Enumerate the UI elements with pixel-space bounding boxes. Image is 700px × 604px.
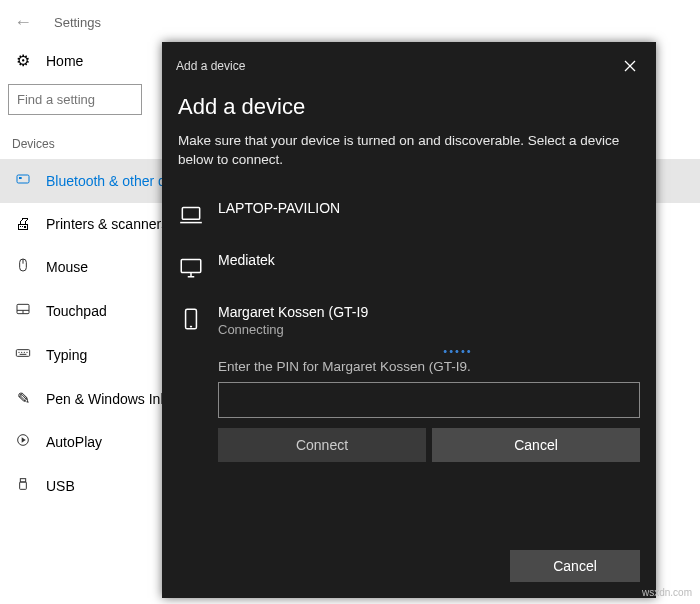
bluetooth-icon [12,171,34,191]
gear-icon: ⚙ [12,51,34,70]
usb-icon [12,476,34,496]
device-row[interactable]: LAPTOP-PAVILION [178,188,640,240]
phone-icon [178,306,204,332]
progress-dots-icon: ••••• [428,345,488,357]
pin-button-row: Connect Cancel [218,428,640,462]
sidebar-item-label: Pen & Windows Ink [46,391,167,407]
device-status: Connecting [218,322,640,337]
dialog-titlebar: Add a device [162,42,656,84]
dialog-subtitle: Make sure that your device is turned on … [178,132,640,170]
close-button[interactable] [618,54,642,78]
device-name: Margaret Kossen (GT-I9 [218,304,640,320]
sidebar-item-label: AutoPlay [46,434,102,450]
dialog-footer: Cancel [162,534,656,598]
keyboard-icon [12,345,34,365]
inline-cancel-button[interactable]: Cancel [432,428,640,462]
settings-header: ← Settings [0,0,700,41]
svg-rect-16 [20,482,27,489]
back-icon[interactable]: ← [14,12,34,33]
home-label: Home [46,53,83,69]
close-icon [624,60,636,72]
autoplay-icon [12,432,34,452]
svg-rect-21 [181,259,201,272]
sidebar-item-label: Typing [46,347,87,363]
device-name: Mediatek [218,252,275,268]
svg-rect-0 [17,175,29,183]
dialog-heading: Add a device [178,94,640,120]
search-box [8,84,142,115]
svg-rect-1 [19,177,22,179]
sidebar-item-label: USB [46,478,75,494]
mouse-icon [12,257,34,277]
laptop-icon [178,202,204,228]
pin-input[interactable] [218,382,640,418]
monitor-icon [178,254,204,280]
svg-marker-14 [22,437,26,442]
add-device-dialog: Add a device Add a device Make sure that… [162,42,656,598]
dialog-body: Add a device Make sure that your device … [162,84,656,466]
pen-icon: ✎ [12,389,34,408]
sidebar-item-label: Touchpad [46,303,107,319]
header-title: Settings [54,15,101,30]
connect-button[interactable]: Connect [218,428,426,462]
cancel-button[interactable]: Cancel [510,550,640,582]
svg-rect-19 [182,207,199,219]
device-name: LAPTOP-PAVILION [218,200,340,216]
sidebar-item-label: Bluetooth & other dev [46,173,181,189]
svg-rect-7 [16,350,29,357]
touchpad-icon [12,301,34,321]
dialog-titlebar-text: Add a device [176,59,245,73]
search-input[interactable] [8,84,142,115]
pin-area: ••••• Enter the PIN for Margaret Kossen … [218,345,640,462]
sidebar-item-label: Mouse [46,259,88,275]
watermark: wsxdn.com [642,587,692,598]
printer-icon: 🖨 [12,215,34,233]
device-row[interactable]: Margaret Kossen (GT-I9 Connecting ••••• … [178,292,640,466]
device-row[interactable]: Mediatek [178,240,640,292]
sidebar-item-label: Printers & scanners [46,216,168,232]
pin-prompt: Enter the PIN for Margaret Kossen (GT-I9… [218,359,640,374]
